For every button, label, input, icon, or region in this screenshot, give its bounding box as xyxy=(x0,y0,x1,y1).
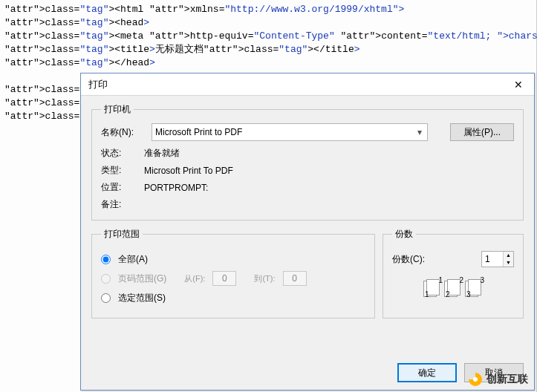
print-range-group: 打印范围 全部(A) 页码范围(G) 从(F): 到(T): 选定范围(S) xyxy=(91,228,375,318)
close-icon: ✕ xyxy=(514,79,523,91)
collate-illustration: 112233 xyxy=(392,278,514,298)
range-all-radio[interactable] xyxy=(101,255,111,264)
spinner-up-icon[interactable]: ▲ xyxy=(504,252,513,259)
spinner-down-icon[interactable]: ▼ xyxy=(504,259,513,267)
status-value: 准备就绪 xyxy=(144,147,180,160)
where-value: PORTPROMPT: xyxy=(144,183,208,193)
collate-page-icon: 33 xyxy=(465,278,483,298)
copies-value: 1 xyxy=(482,254,503,264)
dialog-titlebar: 打印 ✕ xyxy=(81,74,534,96)
ok-button[interactable]: 确定 xyxy=(397,363,457,382)
chevron-down-icon: ▾ xyxy=(415,127,424,137)
name-label: 名称(N): xyxy=(101,126,144,139)
printer-select-value: Microsoft Print to PDF xyxy=(155,127,242,137)
copies-group: 份数 份数(C): 1 ▲ ▼ 112233 xyxy=(383,228,524,318)
range-selection-radio[interactable] xyxy=(101,293,111,303)
printer-select[interactable]: Microsoft Print to PDF ▾ xyxy=(152,123,428,141)
range-selection-row[interactable]: 选定范围(S) xyxy=(101,290,365,306)
range-pages-label: 页码范围(G) xyxy=(118,272,166,285)
cancel-button[interactable]: 取消 xyxy=(464,363,524,382)
copies-spinner[interactable]: 1 ▲ ▼ xyxy=(481,251,514,267)
range-pages-radio xyxy=(101,274,111,284)
properties-button[interactable]: 属性(P)... xyxy=(450,123,514,141)
collate-page-icon: 22 xyxy=(444,278,462,298)
printer-legend: 打印机 xyxy=(101,103,134,116)
range-pages-row: 页码范围(G) 从(F): 到(T): xyxy=(101,270,365,287)
collate-page-icon: 11 xyxy=(423,278,441,298)
copies-label: 份数(C): xyxy=(392,253,425,266)
type-value: Microsoft Print To PDF xyxy=(144,166,233,176)
range-all-row[interactable]: 全部(A) xyxy=(101,251,365,267)
range-from-input xyxy=(212,271,236,286)
range-legend: 打印范围 xyxy=(101,228,143,241)
range-to-input xyxy=(283,271,307,286)
dialog-title: 打印 xyxy=(88,78,503,91)
status-label: 状态: xyxy=(101,147,144,160)
copies-legend: 份数 xyxy=(392,228,416,241)
type-label: 类型: xyxy=(101,164,144,177)
range-all-label: 全部(A) xyxy=(118,253,148,266)
where-label: 位置: xyxy=(101,181,144,194)
close-button[interactable]: ✕ xyxy=(503,74,534,96)
range-to-label: 到(T): xyxy=(254,273,275,284)
range-selection-label: 选定范围(S) xyxy=(118,292,166,304)
range-from-label: 从(F): xyxy=(184,273,205,284)
printer-group: 打印机 名称(N): Microsoft Print to PDF ▾ 属性(P… xyxy=(91,103,524,220)
print-dialog: 打印 ✕ 打印机 名称(N): Microsoft Print to PDF ▾… xyxy=(80,73,535,391)
comment-label: 备注: xyxy=(101,198,144,211)
